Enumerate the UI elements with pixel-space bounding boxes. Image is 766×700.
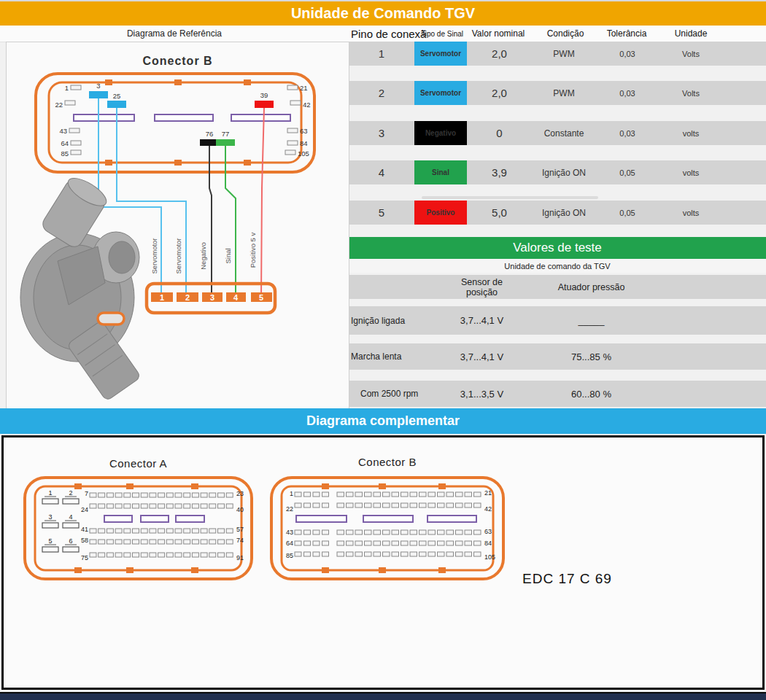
pin-label: 25 xyxy=(113,92,121,100)
signal-type-badge: Servomotor xyxy=(414,81,467,105)
pin-label: 105 xyxy=(298,149,309,158)
pin39-red xyxy=(255,101,274,108)
wire-label: Servomotor xyxy=(150,238,158,273)
row-label: 7 xyxy=(85,490,88,497)
nominal-value: 2,0 xyxy=(467,47,532,60)
row-label: 22 xyxy=(286,505,293,513)
connector-b-diagram: 1 22 43 64 85 21 42 63 84 105 xyxy=(269,475,506,581)
unit: volts xyxy=(659,209,723,217)
pin-number: 2 xyxy=(349,87,414,99)
pin-label: 77 xyxy=(222,130,230,138)
pin3-blue xyxy=(89,91,108,98)
row-label: 74 xyxy=(236,537,244,544)
pin-label: 5 xyxy=(48,537,52,545)
row-label: 105 xyxy=(484,553,495,561)
row-label: 64 xyxy=(286,540,293,547)
pin-number: 1 xyxy=(349,47,414,60)
complementary-diagram-box: Conector A Conector B 1 2 3 4 xyxy=(1,435,765,690)
pin-label: 84 xyxy=(300,139,308,147)
pin-label: 63 xyxy=(300,127,308,135)
pin-row-1: 1 Servomotor 2,0 PWM 0,03 Volts xyxy=(349,42,766,66)
signal-type-badge: Negativo xyxy=(414,121,467,145)
row-label: 1 xyxy=(290,490,293,497)
tolerance: 0,03 xyxy=(596,89,659,98)
plug-pin-label: 3 xyxy=(210,293,214,302)
condition: Ignição ON xyxy=(532,208,596,218)
row-label: 84 xyxy=(484,540,492,547)
col-header-valor: Valor nominal xyxy=(472,26,525,42)
condition: PWM xyxy=(532,88,596,98)
test-row-marcha-lenta: Marcha lenta 3,7...4,1 V 75...85 % xyxy=(349,343,766,370)
plug-pin-label: 5 xyxy=(259,293,263,302)
pin25-blue xyxy=(107,101,126,108)
row-label: 43 xyxy=(286,529,293,536)
pin-label: 4 xyxy=(69,513,72,521)
pin-label: 1 xyxy=(48,489,52,497)
plug-pin-label: 4 xyxy=(233,293,239,302)
connector-a-diagram: 1 2 3 4 5 6 7 24 41 58 75 23 40 57 7 xyxy=(23,475,254,581)
reference-diagram-pane: Conector B 1 22 43 64 85 xyxy=(6,42,349,410)
sensor-value: 3,1...3,5 V xyxy=(451,389,513,400)
row-label: 42 xyxy=(484,505,492,513)
col-header-condicao: Condição xyxy=(547,26,584,42)
reference-connector-diagram: 1 22 43 64 85 21 42 63 84 105 3 25 39 xyxy=(7,42,349,409)
test-values-subtitle: Unidade de comando da TGV xyxy=(349,259,766,273)
pin-row-4: 4 Sinal 3,9 Ignição ON 0,05 volts xyxy=(349,160,766,184)
connector-a-title: Conector A xyxy=(23,457,254,470)
test-values-title: Valores de teste xyxy=(513,241,602,255)
pin-label: 64 xyxy=(61,139,69,147)
pin-label: 2 xyxy=(69,489,72,497)
wire-negativo xyxy=(209,146,212,298)
signal-type-badge: Positivo xyxy=(414,201,467,225)
sensor-value: 3,7...4,1 V xyxy=(451,315,513,326)
col-atuador-pressao: Atuador pressão xyxy=(513,282,670,292)
reference-panel-title: Diagrama de Referência xyxy=(0,26,349,42)
col-header-tipo: Tipo de Sinal xyxy=(421,26,463,42)
ecu-label: EDC 17 C 69 xyxy=(522,571,612,587)
tolerance: 0,05 xyxy=(596,209,659,217)
pin-table-header: Pino de conexã Tipo de Sinal Valor nomin… xyxy=(349,26,766,42)
nominal-value: 3,9 xyxy=(467,166,532,179)
atuador-value: 75...85 % xyxy=(513,351,670,362)
tolerance: 0,03 xyxy=(596,50,659,58)
atuador-value: _____ xyxy=(513,315,670,326)
pin-row-5: 5 Positivo 5,0 Ignição ON 0,05 volts xyxy=(349,201,766,225)
test-table-header: Sensor de posição Atuador pressão xyxy=(349,275,766,299)
pin-label: 76 xyxy=(206,130,214,138)
wire-label: Servomotor xyxy=(174,238,182,273)
pin-label: 21 xyxy=(300,84,308,92)
signal-type-badge: Servomotor xyxy=(414,42,467,66)
unit: volts xyxy=(659,129,723,138)
pin-number: 3 xyxy=(349,127,414,139)
pin-label: 6 xyxy=(69,537,72,545)
unit: Volts xyxy=(659,50,723,58)
row-label: 58 xyxy=(81,537,88,544)
signal-type-badge: Sinal xyxy=(414,160,467,184)
pin-row-3: 3 Negativo 0 Constante 0,03 volts xyxy=(349,121,766,145)
pin-row-2: 2 Servomotor 2,0 PWM 0,03 Volts xyxy=(349,81,766,105)
complementary-title: Diagrama complementar xyxy=(306,413,460,429)
row-label: 40 xyxy=(236,506,244,513)
test-row-ignicao-ligada: Ignição ligada 3,7...4,1 V _____ xyxy=(349,306,766,335)
pin-label: 42 xyxy=(303,101,311,109)
page: Unidade de Comando TGV Diagrama de Refer… xyxy=(0,0,766,700)
connector-b-bottom-title: Conector B xyxy=(269,456,506,468)
footer-bar xyxy=(0,692,766,700)
wire-sinal xyxy=(225,146,236,298)
col-header-tolerancia: Tolerância xyxy=(607,26,647,42)
unit: Volts xyxy=(659,89,723,98)
pin-label: 3 xyxy=(96,82,100,90)
test-label: Marcha lenta xyxy=(349,351,451,362)
row-label: 21 xyxy=(484,489,492,497)
col-header-unidade: Unidade xyxy=(675,26,708,42)
plug-pin-label: 1 xyxy=(160,293,164,302)
test-label: Com 2500 rpm xyxy=(349,389,451,399)
test-row-2500rpm: Com 2500 rpm 3,1...3,5 V 60...80 % xyxy=(349,381,766,407)
pin-label: 85 xyxy=(61,149,69,158)
pin77-green xyxy=(216,139,235,146)
row-label: 41 xyxy=(81,526,88,533)
pin-label: 3 xyxy=(48,513,52,521)
pin-label: 43 xyxy=(59,127,67,135)
sensor-value: 3,7...4,1 V xyxy=(451,351,513,362)
condition: PWM xyxy=(532,49,596,59)
